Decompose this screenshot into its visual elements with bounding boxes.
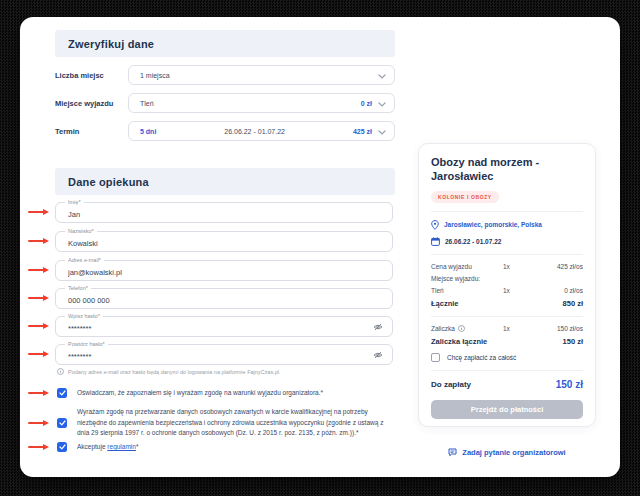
pay-full-label: Chcę zapłacić za całość xyxy=(447,354,516,361)
field-first-name: Imię* xyxy=(55,202,393,223)
term-label: Termin xyxy=(55,127,128,136)
due-value: 150 zł xyxy=(556,379,583,390)
field-password-repeat: Powtórz hasło* xyxy=(55,344,393,365)
term-row: Termin 5 dni 26.06.22 - 01.07.22 425 zł xyxy=(55,121,395,141)
deposit-total-value: 150 zł xyxy=(531,337,583,346)
info-icon[interactable] xyxy=(458,325,465,332)
departure-price: 0 zł xyxy=(361,100,372,107)
ask-organizer-link[interactable]: Zadaj pytanie organizatorowi xyxy=(418,448,596,457)
annotation-arrow xyxy=(28,269,44,271)
departure-row: Miejsce wyjazdu Tleń 0 zł xyxy=(55,93,395,113)
total-value: 850 zł xyxy=(531,299,583,308)
consent-terms-row: Oświadczam, że zapoznałem się i wyrażam … xyxy=(57,388,389,399)
departure-select[interactable]: Tleń 0 zł xyxy=(128,93,395,113)
eye-toggle-icon[interactable] xyxy=(373,351,383,359)
dates-text: 26.06.22 - 01.07.22 xyxy=(445,238,501,245)
check-icon xyxy=(59,444,66,450)
booking-card: Zweryfikuj dane Liczba miejsc 1 miejsca … xyxy=(20,17,620,477)
password-input[interactable] xyxy=(56,317,392,336)
first-name-input[interactable] xyxy=(56,203,392,222)
seats-row: Liczba miejsc 1 miejsca xyxy=(55,65,395,85)
login-note-text: Podany adres e-mail oraz hasło będą dany… xyxy=(68,369,280,375)
location-row: Jarosławiec, pomorskie, Polska xyxy=(431,220,583,230)
departure-price-row: Tleń 1x 0 zł/os xyxy=(431,287,583,294)
check-icon xyxy=(59,390,66,396)
consent-regulations-row: Akceptuje regulamin* xyxy=(57,442,389,453)
divider xyxy=(431,370,583,371)
email-input[interactable] xyxy=(56,261,392,280)
annotation-arrow xyxy=(28,325,44,327)
seats-label: Liczba miejsc xyxy=(55,71,128,80)
section-header-guardian: Dane opiekuna xyxy=(55,168,395,195)
field-last-name: Nazwisko* xyxy=(55,231,393,252)
proceed-to-payment-button[interactable]: Przejdź do płatności xyxy=(431,400,583,419)
dates-row: 26.06.22 - 01.07.22 xyxy=(431,237,583,246)
annotation-arrow xyxy=(28,353,44,355)
annotation-arrow xyxy=(28,392,44,394)
consent-data-text: Wyrażam zgodę na przetwarzanie danych os… xyxy=(77,407,389,439)
chevron-down-icon xyxy=(378,102,386,107)
consent-checkbox-checked[interactable] xyxy=(57,418,67,428)
price-label: Cena wyjazdu xyxy=(431,263,503,270)
phone-input[interactable] xyxy=(56,289,392,308)
section-header-verify: Zweryfikuj dane xyxy=(55,30,395,57)
term-price: 425 zł xyxy=(353,128,372,135)
map-pin-icon xyxy=(431,220,439,230)
pay-full-row: Chcę zapłacić za całość xyxy=(431,353,583,362)
login-note: Podany adres e-mail oraz hasło będą dany… xyxy=(57,368,393,375)
annotation-arrow xyxy=(28,211,44,213)
chat-icon xyxy=(448,448,457,457)
calendar-icon xyxy=(431,237,440,246)
due-label: Do zapłaty xyxy=(431,380,471,389)
departure-place: Tleń xyxy=(431,287,503,294)
deposit-qty: 1x xyxy=(503,325,531,332)
location-text: Jarosławiec, pomorskie, Polska xyxy=(444,221,542,228)
deposit-label: Zaliczka xyxy=(431,325,503,332)
total-label: Łącznie xyxy=(431,299,531,308)
seats-value: 1 miejsca xyxy=(140,72,170,79)
consent-terms-text: Oświadczam, że zapoznałem się i wyrażam … xyxy=(77,388,323,399)
chevron-down-icon xyxy=(378,74,386,79)
term-select[interactable]: 5 dni 26.06.22 - 01.07.22 425 zł xyxy=(128,121,395,141)
departure-qty: 1x xyxy=(503,287,531,294)
deposit-label-text: Zaliczka xyxy=(431,325,455,332)
guardian-section-title: Dane opiekuna xyxy=(68,176,149,188)
deposit-row: Zaliczka 1x 150 zł/os xyxy=(431,325,583,332)
last-name-input[interactable] xyxy=(56,232,392,251)
deposit-total-label: Zaliczka łącznie xyxy=(431,337,531,346)
password-repeat-input[interactable] xyxy=(56,345,392,364)
field-password: Wpisz hasło* xyxy=(55,316,393,337)
chevron-down-icon xyxy=(378,130,386,135)
term-dates: 26.06.22 - 01.07.22 xyxy=(156,128,353,135)
term-days: 5 dni xyxy=(140,128,156,135)
info-icon xyxy=(57,368,64,375)
consent-checkbox-checked[interactable] xyxy=(57,442,67,452)
price-value: 425 zł/os xyxy=(531,263,583,270)
price-row: Cena wyjazdu 1x 425 zł/os xyxy=(431,263,583,270)
seats-select[interactable]: 1 miejsca xyxy=(128,65,395,85)
divider xyxy=(431,254,583,255)
departure-value: Tleń xyxy=(140,100,154,107)
regulations-link[interactable]: regulamin xyxy=(107,443,136,450)
verify-section-title: Zweryfikuj dane xyxy=(68,38,154,50)
eye-toggle-icon[interactable] xyxy=(373,323,383,331)
consent-data-row: Wyrażam zgodę na przetwarzanie danych os… xyxy=(57,407,389,439)
consent-regulations-suffix: * xyxy=(136,443,139,450)
pay-full-checkbox-unchecked[interactable] xyxy=(431,353,440,362)
total-row: Łącznie 850 zł xyxy=(431,299,583,308)
departure-sub-label: Miejsce wyjazdu: xyxy=(431,275,583,282)
due-row: Do zapłaty 150 zł xyxy=(431,379,583,390)
field-email: Adres e-mail* xyxy=(55,260,393,281)
annotation-arrow xyxy=(28,240,44,242)
consent-regulations-prefix: Akceptuje xyxy=(77,443,107,450)
divider xyxy=(431,211,583,212)
annotation-arrow xyxy=(28,297,44,299)
order-summary-card: Obozy nad morzem - Jarosławiec KOLONIE I… xyxy=(418,143,596,427)
consent-checkbox-checked[interactable] xyxy=(57,388,67,398)
annotation-arrow xyxy=(28,446,44,448)
ask-organizer-text: Zadaj pytanie organizatorowi xyxy=(462,448,565,457)
field-phone: Telefon* xyxy=(55,288,393,309)
departure-label: Miejsce wyjazdu xyxy=(55,99,128,108)
deposit-total-row: Zaliczka łącznie 150 zł xyxy=(431,337,583,346)
annotation-arrow xyxy=(28,422,44,424)
